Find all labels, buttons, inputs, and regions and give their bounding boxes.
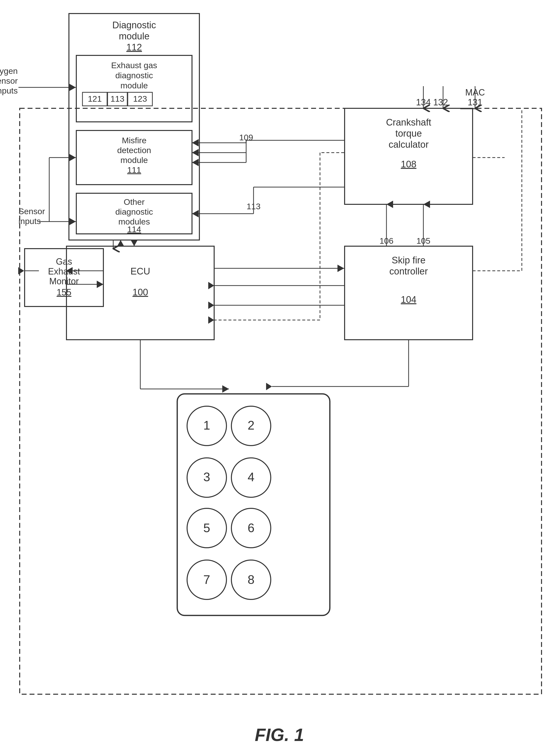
- svg-text:module: module: [119, 31, 150, 41]
- svg-text:sensor: sensor: [0, 76, 18, 85]
- svg-text:121: 121: [88, 94, 102, 104]
- svg-text:8: 8: [248, 573, 254, 587]
- svg-text:Gas: Gas: [56, 257, 72, 267]
- svg-text:inputs: inputs: [0, 86, 18, 95]
- svg-text:ECU: ECU: [131, 266, 150, 276]
- svg-text:2: 2: [248, 419, 254, 432]
- svg-text:Other: Other: [124, 197, 144, 206]
- svg-text:module: module: [120, 81, 148, 90]
- svg-rect-0: [0, 0, 559, 756]
- svg-text:Exhaust gas: Exhaust gas: [111, 61, 157, 70]
- svg-text:Oxygen: Oxygen: [0, 66, 18, 75]
- svg-text:inputs: inputs: [19, 216, 41, 226]
- svg-text:123: 123: [133, 94, 147, 104]
- svg-text:7: 7: [203, 573, 210, 587]
- svg-text:108: 108: [401, 159, 416, 169]
- svg-text:Misfire: Misfire: [122, 136, 147, 145]
- svg-text:5: 5: [203, 521, 210, 535]
- svg-text:detection: detection: [117, 146, 151, 155]
- svg-text:diagnostic: diagnostic: [115, 207, 153, 216]
- svg-text:4: 4: [248, 470, 254, 484]
- svg-text:Crankshaft: Crankshaft: [386, 117, 431, 128]
- svg-text:132: 132: [433, 97, 448, 107]
- svg-text:controller: controller: [389, 266, 428, 276]
- svg-text:113: 113: [111, 94, 125, 104]
- svg-text:torque: torque: [395, 128, 422, 139]
- svg-text:Diagnostic: Diagnostic: [112, 20, 156, 30]
- svg-text:104: 104: [401, 294, 416, 305]
- diagram: Diagnostic module 112 Exhaust gas diagno…: [0, 0, 559, 756]
- svg-text:module: module: [120, 155, 148, 165]
- svg-text:Exhaust: Exhaust: [48, 266, 80, 276]
- svg-text:Sensor: Sensor: [19, 206, 45, 216]
- svg-text:3: 3: [203, 470, 210, 484]
- svg-text:100: 100: [132, 287, 148, 297]
- svg-text:Skip fire: Skip fire: [392, 255, 425, 265]
- svg-text:114: 114: [127, 224, 141, 234]
- svg-text:diagnostic: diagnostic: [115, 71, 153, 80]
- svg-text:1: 1: [203, 419, 210, 432]
- svg-text:calculator: calculator: [389, 139, 429, 150]
- svg-text:Monitor: Monitor: [49, 276, 79, 286]
- svg-text:112: 112: [126, 42, 142, 52]
- figure-label: FIG. 1: [255, 725, 304, 745]
- svg-text:111: 111: [127, 165, 141, 175]
- svg-text:155: 155: [57, 287, 71, 297]
- svg-text:6: 6: [248, 521, 254, 535]
